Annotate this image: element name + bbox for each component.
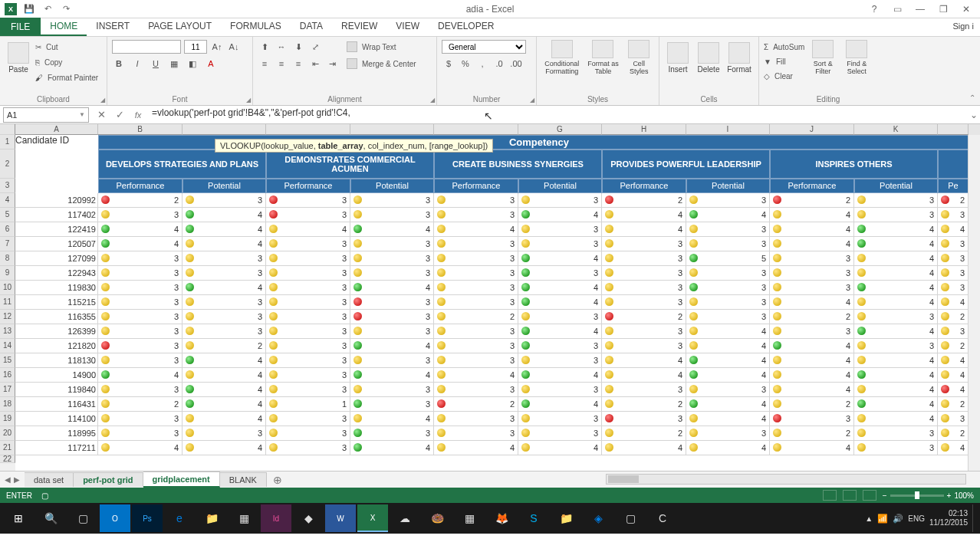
cell-value[interactable]: 3	[98, 339, 183, 353]
select-all-corner[interactable]	[0, 124, 15, 135]
tray-clock[interactable]: 02:1311/12/2015	[929, 509, 968, 527]
taskbar-dropbox-icon[interactable]: ◈	[583, 504, 613, 532]
cell-candidate-id[interactable]: 117402	[15, 208, 98, 222]
cell-value[interactable]: 2	[938, 426, 968, 441]
cell-value[interactable]: 4	[350, 222, 434, 237]
cell-value[interactable]: 3	[938, 281, 968, 295]
data-row[interactable]: 12099223333323232	[15, 193, 980, 208]
align-center-icon[interactable]: ≡	[275, 57, 288, 71]
cell-value[interactable]: 4	[854, 295, 938, 310]
cell-value[interactable]: 4	[770, 237, 854, 251]
cell-value[interactable]: 4	[434, 222, 518, 237]
align-bottom-icon[interactable]: ⬇	[291, 40, 305, 54]
zoom-control[interactable]: − + 100%	[883, 491, 974, 500]
cell-value[interactable]: 3	[350, 310, 434, 324]
cell-value[interactable]: 3	[686, 237, 770, 251]
cell-value[interactable]: 3	[266, 251, 350, 266]
sheet-tab-gridplacement[interactable]: gridplacement	[143, 472, 220, 488]
taskbar-indesign-icon[interactable]: Id	[261, 504, 291, 532]
cell-candidate-id[interactable]: 127099	[15, 251, 98, 266]
column-header[interactable]	[434, 124, 518, 135]
cell-value[interactable]: 3	[98, 281, 183, 295]
clear-button[interactable]: ◇Clear	[764, 69, 804, 83]
cell-value[interactable]: 4	[770, 222, 854, 237]
cell-value[interactable]: 3	[266, 353, 350, 368]
cell-value[interactable]: 3	[266, 310, 350, 324]
cell-value[interactable]: 4	[854, 237, 938, 251]
cell-candidate-id[interactable]: 119830	[15, 281, 98, 295]
cell-value[interactable]: 3	[686, 426, 770, 441]
cell-value[interactable]: 4	[602, 208, 686, 222]
cell-value[interactable]: 3	[686, 295, 770, 310]
data-row[interactable]: 12709933333435343	[15, 251, 980, 266]
cell-candidate-id[interactable]: 116355	[15, 310, 98, 324]
cell-value[interactable]: 4	[686, 324, 770, 339]
cell-value[interactable]: 3	[434, 353, 518, 368]
enter-formula-icon[interactable]: ✓	[110, 107, 129, 123]
cell-value[interactable]: 4	[686, 368, 770, 383]
row-header[interactable]: 12	[0, 310, 15, 324]
underline-button[interactable]: U	[149, 57, 163, 71]
cell-value[interactable]: 4	[770, 368, 854, 383]
cell-value[interactable]: 3	[686, 193, 770, 208]
cell-value[interactable]: 4	[183, 281, 266, 295]
cell-value[interactable]: 3	[938, 251, 968, 266]
cell-value[interactable]: 3	[518, 353, 602, 368]
cell-value[interactable]: 3	[350, 426, 434, 441]
cell-value[interactable]: 3	[350, 237, 434, 251]
cell-candidate-id[interactable]: 116431	[15, 397, 98, 412]
cell-value[interactable]: 4	[938, 441, 968, 455]
row-header[interactable]: 11	[0, 295, 15, 310]
cell-value[interactable]: 2	[602, 397, 686, 412]
cell-value[interactable]: 3	[266, 208, 350, 222]
sheet-nav-arrows[interactable]: ◀▶	[0, 475, 25, 484]
format-painter-button[interactable]: 🖌Format Painter	[35, 71, 98, 84]
cell-value[interactable]: 4	[770, 353, 854, 368]
row-header[interactable]: 8	[0, 251, 15, 266]
cell-value[interactable]: 4	[602, 353, 686, 368]
cell-value[interactable]: 2	[770, 397, 854, 412]
cell-value[interactable]: 3	[602, 237, 686, 251]
cell-value[interactable]: 3	[518, 222, 602, 237]
expand-formula-bar-icon[interactable]: ⌄	[968, 110, 980, 120]
cell-candidate-id[interactable]: 114100	[15, 412, 98, 426]
conditional-formatting-button[interactable]: Conditional Formatting	[541, 40, 583, 75]
cell-value[interactable]: 2	[602, 426, 686, 441]
data-row[interactable]: 12294333333333343	[15, 266, 980, 281]
taskbar-app5-icon[interactable]: 📁	[551, 504, 581, 532]
row-header[interactable]: 1	[0, 135, 15, 150]
cell-candidate-id[interactable]: 121820	[15, 339, 98, 353]
data-row[interactable]: 11813034333344444	[15, 353, 980, 368]
taskbar-app-icon[interactable]: ▦	[229, 504, 259, 532]
data-row[interactable]: 1490044344444444	[15, 368, 980, 383]
cell-value[interactable]: 3	[350, 266, 434, 281]
cell-value[interactable]: 4	[434, 368, 518, 383]
row-header[interactable]: 13	[0, 324, 15, 339]
tray-language[interactable]: ENG	[908, 514, 925, 523]
cell-value[interactable]: 3	[434, 193, 518, 208]
cell-value[interactable]: 3	[434, 426, 518, 441]
cell-value[interactable]: 4	[770, 383, 854, 397]
cell-value[interactable]: 3	[434, 208, 518, 222]
zoom-in-icon[interactable]: +	[947, 491, 952, 500]
cancel-formula-icon[interactable]: ✕	[92, 107, 110, 123]
cell-value[interactable]: 4	[770, 441, 854, 455]
name-box[interactable]: A1▼	[3, 107, 89, 123]
cell-value[interactable]: 3	[434, 383, 518, 397]
cell-value[interactable]: 3	[854, 426, 938, 441]
font-color-icon[interactable]: A	[204, 57, 218, 71]
system-tray[interactable]: 📶 🔊	[877, 514, 903, 524]
cell-value[interactable]: 2	[602, 193, 686, 208]
cell-value[interactable]: 3	[518, 339, 602, 353]
indent-dec-icon[interactable]: ⇤	[308, 57, 322, 71]
cell-value[interactable]: 2	[938, 397, 968, 412]
cell-value[interactable]: 4	[350, 339, 434, 353]
fill-button[interactable]: ▼Fill	[764, 54, 804, 68]
tab-insert[interactable]: INSERT	[87, 18, 139, 36]
align-left-icon[interactable]: ≡	[258, 57, 271, 71]
sign-in-link[interactable]: Sign i	[952, 21, 974, 31]
cell-value[interactable]: 3	[770, 281, 854, 295]
cell-value[interactable]: 3	[266, 426, 350, 441]
cell-value[interactable]: 3	[98, 353, 183, 368]
cell-value[interactable]: 3	[602, 281, 686, 295]
